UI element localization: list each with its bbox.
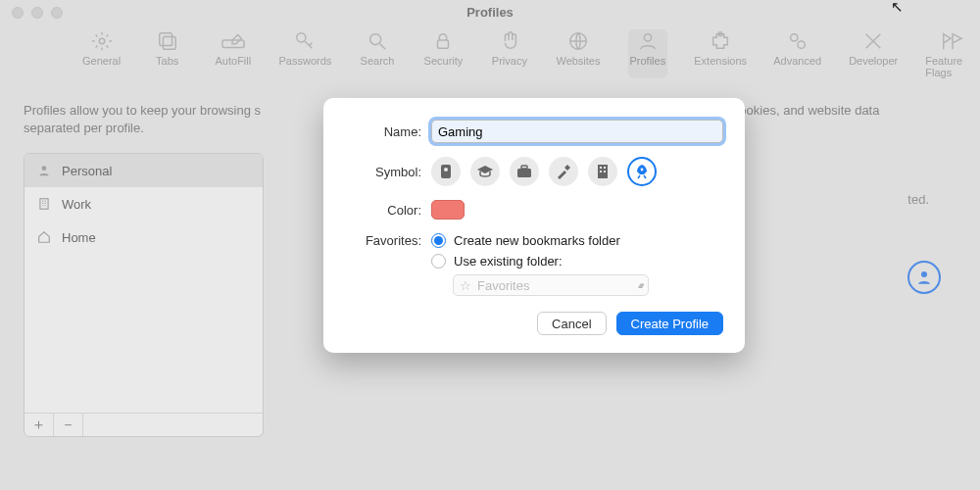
favorites-create-label: Create new bookmarks folder bbox=[454, 233, 620, 248]
favorites-folder-placeholder: Favorites bbox=[477, 278, 529, 293]
chevron-updown-icon: ▴▾ bbox=[638, 280, 642, 290]
graduation-cap-icon bbox=[476, 165, 494, 178]
favorites-label: Favorites: bbox=[345, 233, 431, 248]
symbol-graduation[interactable] bbox=[470, 157, 500, 186]
cancel-button-label: Cancel bbox=[552, 317, 591, 331]
color-label: Color: bbox=[345, 203, 431, 218]
symbol-building[interactable] bbox=[588, 157, 617, 186]
cancel-button[interactable]: Cancel bbox=[537, 312, 606, 335]
star-icon: ☆ bbox=[460, 278, 471, 293]
svg-rect-23 bbox=[604, 171, 606, 172]
name-label: Name: bbox=[345, 124, 431, 139]
building-icon bbox=[596, 164, 610, 179]
profile-name-input[interactable] bbox=[431, 120, 723, 143]
symbol-hammer[interactable] bbox=[549, 157, 578, 186]
svg-rect-21 bbox=[604, 167, 606, 169]
favorites-option-create[interactable]: Create new bookmarks folder bbox=[431, 233, 723, 248]
create-profile-sheet: Name: Symbol: Color: Favorites: Create n… bbox=[323, 98, 745, 353]
symbol-label: Symbol: bbox=[345, 165, 431, 179]
svg-rect-19 bbox=[598, 165, 608, 178]
symbol-briefcase[interactable] bbox=[510, 157, 539, 186]
hammer-icon bbox=[556, 164, 571, 179]
svg-point-24 bbox=[641, 169, 644, 172]
symbol-badge[interactable] bbox=[431, 157, 461, 186]
svg-rect-17 bbox=[517, 169, 531, 177]
rocket-icon bbox=[634, 164, 650, 179]
svg-rect-18 bbox=[521, 166, 527, 169]
favorites-folder-select[interactable]: ☆ Favorites ▴▾ bbox=[453, 274, 649, 296]
cursor-icon: ↖ bbox=[891, 0, 904, 16]
symbol-picker bbox=[431, 157, 657, 186]
svg-rect-22 bbox=[600, 171, 602, 172]
briefcase-icon bbox=[516, 165, 532, 178]
favorites-option-existing[interactable]: Use existing folder: bbox=[431, 254, 723, 269]
radio-icon bbox=[431, 254, 446, 269]
badge-icon bbox=[439, 164, 453, 179]
symbol-rocket[interactable] bbox=[627, 157, 657, 186]
svg-point-16 bbox=[444, 168, 448, 172]
favorites-existing-label: Use existing folder: bbox=[454, 254, 563, 269]
create-profile-button[interactable]: Create Profile bbox=[616, 312, 723, 335]
create-button-label: Create Profile bbox=[631, 317, 709, 331]
radio-icon bbox=[431, 233, 446, 248]
svg-rect-20 bbox=[600, 167, 602, 169]
color-swatch-button[interactable] bbox=[431, 200, 465, 220]
